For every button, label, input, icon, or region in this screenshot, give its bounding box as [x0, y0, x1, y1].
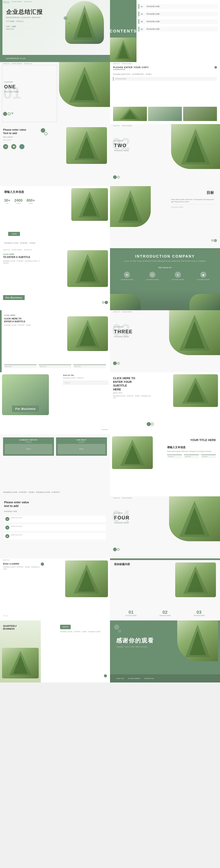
stat-item-3: 800+ Clients: [27, 198, 35, 204]
slide-enter-subtitle: HOME PLAN Enter a subtitle 单击此处输入正文内容，文字…: [0, 558, 110, 620]
valuetext-item-3: ■ ENTER TITLE TEXT: [4, 533, 106, 539]
cover-plant-img: [65, 1, 104, 44]
cover-slogan: 天下无难事，只怕有心人: [6, 20, 43, 23]
thanks-bottom-bar: HOME PLAN INCOME SUMMARY BEFORE PLAN: [110, 674, 220, 682]
ch2-dot-1: [113, 175, 117, 179]
slide-contents: CONTENTS 01 单击此处输入标题 02 单击此处输入标题 03 单击此处…: [110, 0, 220, 62]
summary-box-1: SUMMARY REPORT BUSINESS 替换图片: [3, 437, 54, 456]
for-business-badge: For Business: [3, 295, 25, 300]
cover-bottom-bar: ENTERPRISE PLAN: [0, 55, 110, 62]
ch4-nav-2[interactable]: INCOME SUMMARY: [122, 497, 132, 499]
slide-text-info: 请输入文本信息 30+ Years 2400 Projects 800+ Cli…: [0, 186, 110, 248]
ch4-nav-1[interactable]: HOME PLAN: [113, 497, 119, 499]
sub9-nav-3[interactable]: BEFORE PLAN: [24, 249, 32, 251]
slide-please-enter-value: Please enter valueText to add 请输入文案内容 请输…: [0, 124, 110, 186]
target-input[interactable]: 单击此处输入文案内容: [171, 206, 216, 208]
valuetext-sub: 单击此处输入小标题: [4, 510, 17, 513]
copy-nav-1[interactable]: HOME PLAN: [113, 63, 119, 65]
target-dot-outline: [212, 239, 214, 242]
intro-circle-2: ⬡: [149, 272, 155, 278]
text-info-btn[interactable]: 了解更多: [8, 232, 20, 236]
slide-cover: HOME PLAN INCOME SUMMARY BEFORE PLAN 企业总…: [0, 0, 110, 62]
copy-body: 单击此处输入您的正文内容，正文内容请简洁明了，突出重点。 单击此处输入副标题: [113, 73, 217, 81]
copy-input-area: 单击此处输入副标题: [113, 77, 217, 81]
thanks-circle-2: [118, 630, 121, 633]
slide-intro-company: INTRODUCTION COMPANY CLICK TO ADD YOUR I…: [110, 248, 220, 310]
ch1-nav-1[interactable]: HOME PLAN: [3, 63, 9, 65]
slide-quarterly-business: QUARTERLYBUSINESS 查看详情 单击此处输入正文内容，文字简洁明了…: [0, 620, 110, 682]
slide-for-business: For Business Enter the Title 单击此处输入正文内容，…: [0, 372, 110, 434]
intro-label-2: CLICK HERE TO ENTER: [146, 279, 158, 280]
thanks-plant: [177, 620, 218, 661]
ch4-dot-outline: [117, 548, 119, 551]
copy-input[interactable]: 单击此处输入副标题: [113, 77, 217, 81]
cover-date: 20XX.XX.XX: [6, 28, 43, 30]
text-info-plant: [71, 188, 108, 221]
subtitle2-bottom-row: INPUT TEXT INPUT TEXT INPUT TEXT: [4, 365, 106, 368]
nav-before[interactable]: BEFORE PLAN: [24, 1, 32, 3]
slide-thanks: 感谢你的观看 THANK YOU FOR WATCHING HOME PLAN …: [110, 620, 220, 682]
contents-num-1: 01: [141, 5, 145, 7]
addtitle-num-2: 02 单击此处输入副标题: [159, 610, 171, 616]
thanks-circle-1: [114, 624, 119, 630]
yoursubtitle-body: 单击此处输入正文内容，文字简洁明了，突出重点。单击此处输入正文内容。: [113, 395, 152, 399]
summary-img-2[interactable]: 替换图片: [58, 444, 105, 454]
slide-summary-report: SUMMARY REPORT BUSINESS 替换图片 OUR BEST BU…: [0, 434, 110, 496]
summary-img-1[interactable]: 替换图片: [5, 444, 52, 454]
ch4-title: FOUR: [114, 515, 130, 521]
copy-dot: [215, 66, 217, 69]
copy-body-text: 单击此处输入您的正文内容，正文内容请简洁明了，突出重点。: [113, 73, 217, 75]
yourtitle-cn: 请输入文本信息: [167, 445, 216, 449]
ch3-plant-img: [169, 310, 220, 355]
subtitle2-main-title: CLICK HERE TOENTER A SUBTITLE: [4, 317, 45, 323]
sub9-nav-2[interactable]: INCOME SUMMARY: [12, 249, 22, 251]
copy-nav-2[interactable]: INCOME SUMMARY: [122, 63, 132, 65]
subtitle2-bottom-label-1: INPUT TEXT: [5, 366, 36, 367]
valuetext-title: Please enter valuetext to add: [4, 500, 29, 508]
stat-item-2: 2400 Projects: [14, 198, 23, 204]
slide-chapter-one: HOME PLAN INCOME SUMMARY BEFORE PLAN 01 …: [0, 62, 110, 124]
yourtitle-plant: [112, 436, 153, 469]
forbiz-bottom: BUSINESS: [102, 429, 108, 430]
thanks-bottom-3: BEFORE PLAN: [144, 678, 154, 679]
ch2-nav-1[interactable]: HOME PLAN: [113, 125, 119, 127]
ch1-nav-2[interactable]: INCOME SUMMARY: [12, 63, 22, 65]
addtitle-title: 添加标题内容: [114, 562, 130, 566]
stat-num-1: 30+: [4, 198, 10, 203]
ch3-nav-1[interactable]: HOME PLAN: [113, 311, 119, 313]
summary-box1-sub: BUSINESS: [5, 441, 52, 443]
entersub-nav-1[interactable]: HOME PLAN: [3, 559, 9, 561]
addtitle-numbers-row: 01 单击此处输入副标题 02 单击此处输入副标题 03 单击此处输入副标题: [114, 610, 216, 616]
summary-body: 单击此处输入正文内容，文字简洁明了，突出重点。单击此处输入正文内容，文字简洁明了…: [3, 491, 107, 493]
subtitle9-click: CLICK HERE: [3, 253, 40, 255]
ch3-nav-2[interactable]: INCOME SUMMARY: [122, 311, 132, 313]
forbiz-input[interactable]: Input area: [63, 381, 108, 384]
stat-label-3: Clients: [27, 203, 35, 204]
slide-value-text: Please enter valuetext to add 单击此处输入小标题 …: [0, 496, 110, 558]
copy-nav: HOME PLAN INCOME SUMMARY: [110, 63, 220, 65]
value-dot-outline: [44, 132, 47, 135]
cover-title-cn: 企业总结汇报: [6, 8, 43, 16]
subtitle2-bottom-label-2: INPUT TEXT: [40, 366, 70, 367]
cover-enterprise-label: ENTERPRISE PLAN: [6, 58, 26, 59]
valuetext-icon-1: ▲: [5, 517, 9, 521]
valuetext-items-list: ▲ ENTER TITLE TEXT ● ENTER TITLE TEXT ■ …: [4, 516, 106, 541]
valuetext-icon-3: ■: [5, 534, 9, 538]
value-sub: 请输入文案内容: [3, 136, 44, 138]
yoursubtitle-right: [173, 374, 218, 407]
intro-circle-4: ◉: [200, 272, 206, 278]
subtitle9-body: 单击此处输入正文内容，文字简洁明了。单击此处输入正文内容，文字简洁明了。: [3, 260, 40, 264]
ch2-nav-2[interactable]: INCOME SUMMARY: [122, 125, 132, 127]
quarterly-btn[interactable]: 查看详情: [60, 625, 71, 629]
value-input[interactable]: 请输入文案文字: [3, 139, 44, 141]
value-left-panel: Please enter valueText to add 请输入文案内容 请输…: [3, 128, 44, 149]
ch2-content: CHAPTER 02 TWO 单击此处输入副标题: [114, 140, 129, 152]
sub9-nav-1[interactable]: HOME PLAN: [3, 249, 9, 251]
cover-nav: HOME PLAN INCOME SUMMARY BEFORE PLAN: [0, 1, 110, 3]
nav-home[interactable]: HOME PLAN: [3, 1, 9, 3]
forbiz-badge-label: For Business: [12, 406, 39, 412]
nav-income[interactable]: INCOME SUMMARY: [12, 1, 22, 3]
entersub-input[interactable]: input copy: [3, 615, 8, 616]
ch1-nav-3[interactable]: BEFORE PLAN: [24, 63, 32, 65]
valuetext-text-1: ENTER TITLE TEXT: [11, 517, 22, 521]
